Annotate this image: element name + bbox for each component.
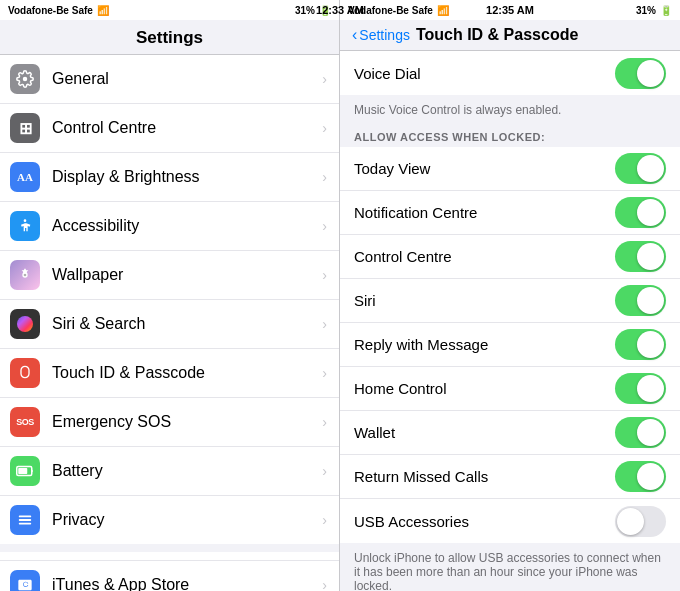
- siri-toggle[interactable]: [615, 285, 666, 316]
- settings-row-wallpaper[interactable]: Wallpaper›: [0, 251, 339, 300]
- wallet-knob: [637, 419, 664, 446]
- toggle-row-usb: USB Accessories: [340, 499, 680, 543]
- privacy-chevron-icon: ›: [322, 512, 327, 528]
- control-label: Control Centre: [52, 119, 322, 137]
- battery-label: Battery: [52, 462, 322, 480]
- settings-row-general[interactable]: General›: [0, 55, 339, 104]
- reply-message-knob: [637, 331, 664, 358]
- siri-label: Siri & Search: [52, 315, 322, 333]
- touchid-label: Touch ID & Passcode: [52, 364, 322, 382]
- access-toggles-section: Today ViewNotification CentreControl Cen…: [340, 147, 680, 543]
- siri-label: Siri: [354, 292, 615, 309]
- toggle-row-notification-centre: Notification Centre: [340, 191, 680, 235]
- voice-dial-knob: [637, 60, 664, 87]
- privacy-label: Privacy: [52, 511, 322, 529]
- toggle-row-siri: Siri: [340, 279, 680, 323]
- settings-row-battery[interactable]: Battery›: [0, 447, 339, 496]
- settings-row-itunes[interactable]: iTunes & App Store›: [0, 561, 339, 591]
- settings-row-control[interactable]: ⊞Control Centre›: [0, 104, 339, 153]
- battery-chevron-icon: ›: [322, 463, 327, 479]
- home-control-toggle[interactable]: [615, 373, 666, 404]
- home-control-knob: [637, 375, 664, 402]
- reply-message-label: Reply with Message: [354, 336, 615, 353]
- today-view-knob: [637, 155, 664, 182]
- wallet-label: Wallet: [354, 424, 615, 441]
- itunes-icon: [10, 570, 40, 591]
- control-centre-label: Control Centre: [354, 248, 615, 265]
- control-chevron-icon: ›: [322, 120, 327, 136]
- right-wifi-icon: 📶: [437, 5, 449, 16]
- toggle-row-wallet: Wallet: [340, 411, 680, 455]
- usb-toggle[interactable]: [615, 506, 666, 537]
- general-icon: [10, 64, 40, 94]
- svg-point-1: [24, 219, 27, 222]
- svg-point-0: [23, 77, 28, 82]
- left-time: 12:33 AM: [316, 4, 364, 16]
- accessibility-icon: [10, 211, 40, 241]
- back-chevron-icon: ‹: [352, 26, 357, 44]
- settings-title: Settings: [0, 20, 339, 55]
- right-time: 12:35 AM: [486, 4, 534, 16]
- sos-chevron-icon: ›: [322, 414, 327, 430]
- general-chevron-icon: ›: [322, 71, 327, 87]
- siri-chevron-icon: ›: [322, 316, 327, 332]
- wallpaper-chevron-icon: ›: [322, 267, 327, 283]
- notification-centre-label: Notification Centre: [354, 204, 615, 221]
- toggle-row-return-missed: Return Missed Calls: [340, 455, 680, 499]
- voice-dial-row: Voice Dial: [340, 51, 680, 95]
- usb-info-box: Unlock iPhone to allow USB accessories t…: [340, 543, 680, 591]
- touchid-icon: [10, 358, 40, 388]
- voice-dial-toggle[interactable]: [615, 58, 666, 89]
- main-settings-section: General›⊞Control Centre›AADisplay & Brig…: [0, 55, 339, 544]
- accessibility-label: Accessibility: [52, 217, 322, 235]
- back-label[interactable]: Settings: [359, 27, 410, 43]
- touch-id-panel: Vodafone-Be Safe 📶 12:35 AM 31% 🔋 ‹ Sett…: [340, 0, 680, 591]
- settings-row-privacy[interactable]: Privacy›: [0, 496, 339, 544]
- wallet-toggle[interactable]: [615, 417, 666, 448]
- display-chevron-icon: ›: [322, 169, 327, 185]
- control-centre-toggle[interactable]: [615, 241, 666, 272]
- siri-knob: [637, 287, 664, 314]
- wallpaper-label: Wallpaper: [52, 266, 322, 284]
- reply-message-toggle[interactable]: [615, 329, 666, 360]
- left-carrier: Vodafone-Be Safe: [8, 5, 93, 16]
- settings-list: General›⊞Control Centre›AADisplay & Brig…: [0, 55, 339, 591]
- today-view-toggle[interactable]: [615, 153, 666, 184]
- home-control-label: Home Control: [354, 380, 615, 397]
- right-page-title: Touch ID & Passcode: [416, 26, 578, 44]
- return-missed-toggle[interactable]: [615, 461, 666, 492]
- return-missed-knob: [637, 463, 664, 490]
- toggle-row-control-centre: Control Centre: [340, 235, 680, 279]
- svg-rect-5: [18, 468, 27, 474]
- voice-dial-info: Music Voice Control is always enabled.: [340, 95, 680, 125]
- right-status-right: 31% 🔋: [636, 5, 672, 16]
- right-battery-icon: 🔋: [660, 5, 672, 16]
- notification-centre-knob: [637, 199, 664, 226]
- settings-row-siri[interactable]: Siri & Search›: [0, 300, 339, 349]
- right-content: Voice Dial Music Voice Control is always…: [340, 51, 680, 591]
- left-status-left: Vodafone-Be Safe 📶: [8, 5, 109, 16]
- settings-row-accessibility[interactable]: Accessibility›: [0, 202, 339, 251]
- right-status-bar: Vodafone-Be Safe 📶 12:35 AM 31% 🔋: [340, 0, 680, 20]
- voice-dial-label: Voice Dial: [354, 65, 615, 82]
- back-button[interactable]: ‹ Settings: [352, 26, 410, 44]
- notification-centre-toggle[interactable]: [615, 197, 666, 228]
- privacy-icon: [10, 505, 40, 535]
- today-view-label: Today View: [354, 160, 615, 177]
- return-missed-label: Return Missed Calls: [354, 468, 615, 485]
- toggle-row-today-view: Today View: [340, 147, 680, 191]
- settings-row-touchid[interactable]: Touch ID & Passcode›: [0, 349, 339, 398]
- touchid-chevron-icon: ›: [322, 365, 327, 381]
- right-battery: 31%: [636, 5, 656, 16]
- voice-dial-section: Voice Dial: [340, 51, 680, 95]
- left-status-bar: Vodafone-Be Safe 📶 12:33 AM 31% 🔋: [0, 0, 339, 20]
- settings-panel: Vodafone-Be Safe 📶 12:33 AM 31% 🔋 Settin…: [0, 0, 340, 591]
- general-label: General: [52, 70, 322, 88]
- battery-icon: [10, 456, 40, 486]
- left-battery: 31%: [295, 5, 315, 16]
- display-label: Display & Brightness: [52, 168, 322, 186]
- right-nav-bar: ‹ Settings Touch ID & Passcode: [340, 20, 680, 51]
- settings-row-sos[interactable]: SOSEmergency SOS›: [0, 398, 339, 447]
- toggle-row-home-control: Home Control: [340, 367, 680, 411]
- settings-row-display[interactable]: AADisplay & Brightness›: [0, 153, 339, 202]
